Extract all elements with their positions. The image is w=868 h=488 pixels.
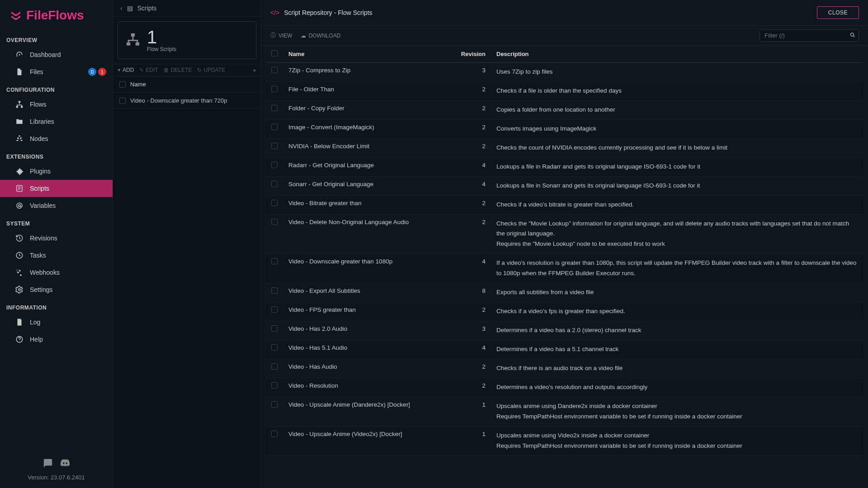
row-checkbox[interactable] [271, 143, 278, 149]
edit-button[interactable]: ✎ EDIT [139, 67, 158, 73]
view-button[interactable]: ⓘ VIEW [270, 32, 292, 39]
flow-scripts-tab[interactable]: 1 Flow Scripts [118, 21, 256, 59]
table-row[interactable]: Folder - Copy Folder2Copies a folder fro… [266, 100, 863, 119]
svg-rect-0 [19, 101, 21, 103]
flow-scripts-count: 1 [147, 28, 176, 46]
sidebar: FileFlows OVERVIEWDashboardFiles01CONFIG… [0, 0, 113, 488]
table-row[interactable]: File - Older Than2Checks if a file is ol… [266, 81, 863, 100]
table-row[interactable]: Video - Delete Non-Original Language Aud… [266, 214, 863, 254]
row-checkbox[interactable] [271, 363, 278, 370]
sidebar-item-files[interactable]: Files01 [0, 63, 113, 80]
more-button[interactable]: ▸ [254, 67, 256, 73]
sidebar-footer: Version: 23.07.6.2401 [0, 451, 113, 488]
update-button[interactable]: ↻ UPDATE [197, 67, 225, 73]
sidebar-item-revisions[interactable]: Revisions [0, 230, 113, 247]
filter-input[interactable] [760, 29, 859, 42]
cell-name: Video - Has Audio [283, 359, 455, 378]
table-row[interactable]: Video - Resolution2Determines a video's … [266, 378, 863, 397]
table-row[interactable]: Video - Export All Subtitles8Exports all… [266, 283, 863, 302]
svg-rect-8 [127, 42, 131, 45]
sidebar-item-tasks[interactable]: Tasks [0, 247, 113, 264]
sidebar-item-webhooks[interactable]: Webhooks [0, 264, 113, 281]
cell-revision: 2 [455, 302, 491, 321]
cell-revision: 4 [455, 157, 491, 176]
download-button[interactable]: ☁ DOWNLOAD [301, 32, 341, 39]
sidebar-item-nodes[interactable]: Nodes [0, 130, 113, 147]
delete-button[interactable]: 🗑 DELETE [164, 67, 192, 73]
back-chevron-icon[interactable]: ‹ [120, 5, 123, 12]
version-label: Version: 23.07.6.2401 [7, 474, 105, 481]
table-row[interactable]: Video - Has 2.0 Audio3Determines if a vi… [266, 321, 863, 340]
table-row[interactable]: Video - Upscale Anime (Video2x) [Docker]… [266, 426, 863, 455]
at-icon [15, 202, 24, 210]
row-checkbox[interactable] [271, 258, 278, 264]
col-revision[interactable]: Revision [455, 46, 491, 63]
row-checkbox[interactable] [271, 401, 278, 408]
col-description[interactable]: Description [491, 46, 863, 63]
sidebar-item-variables[interactable]: Variables [0, 197, 113, 214]
table-row[interactable]: Video - Has Audio2Checks if there is an … [266, 359, 863, 378]
table-row[interactable]: Sonarr - Get Original Language4Lookups a… [266, 176, 863, 195]
svg-rect-1 [16, 106, 19, 108]
table-row[interactable]: Video - FPS greater than2Checks if a vid… [266, 302, 863, 321]
table-row[interactable]: Video - Downscale greater than 1080p4If … [266, 254, 863, 283]
cell-revision: 8 [455, 283, 491, 302]
sidebar-item-flows[interactable]: Flows [0, 96, 113, 113]
close-button[interactable]: CLOSE [817, 6, 859, 19]
cell-name: 7Zip - Compress to Zip [283, 63, 455, 82]
sidebar-item-help[interactable]: Help [0, 331, 113, 348]
row-checkbox[interactable] [271, 431, 278, 437]
sidebar-item-libraries[interactable]: Libraries [0, 113, 113, 130]
repository-table: Name Revision Description 7Zip - Compres… [266, 46, 863, 456]
sidebar-item-log[interactable]: Log [0, 314, 113, 331]
scroll-icon [15, 184, 24, 192]
sidebar-item-plugins[interactable]: Plugins [0, 163, 113, 180]
add-button[interactable]: + ADD [118, 67, 134, 73]
row-checkbox[interactable] [271, 219, 278, 225]
sidebar-item-scripts[interactable]: Scripts [0, 180, 113, 197]
table-row[interactable]: 7Zip - Compress to Zip3Uses 7Zip to zip … [266, 63, 863, 82]
cell-description: Upscales anime using Dandere2x inside a … [491, 397, 863, 426]
table-row[interactable]: Radarr - Get Original Language4Lookups a… [266, 157, 863, 176]
cell-description: Checks if a file is older than the speci… [491, 81, 863, 100]
row-checkbox[interactable] [271, 162, 278, 168]
table-row[interactable]: Image - Convert (ImageMagick)2Converts i… [266, 119, 863, 138]
name-column-header: Name [130, 81, 146, 88]
row-checkbox[interactable] [271, 382, 278, 389]
cell-revision: 2 [455, 359, 491, 378]
col-name[interactable]: Name [283, 46, 455, 63]
cell-name: File - Older Than [283, 81, 455, 100]
cell-description: Determines a video's resolution and outp… [491, 378, 863, 397]
script-row[interactable]: Video - Downscale greater than 720p [113, 93, 261, 109]
table-row[interactable]: Video - Has 5.1 Audio4Determines if a vi… [266, 340, 863, 359]
cell-description: Determines if a video has a 2.0 (stereo)… [491, 321, 863, 340]
table-row[interactable]: Video - Bitrate greater than2Checks if a… [266, 195, 863, 214]
nav-section-header: SYSTEM [0, 214, 113, 230]
chat-icon[interactable] [43, 458, 53, 469]
cell-revision: 3 [455, 63, 491, 82]
cog-icon [15, 286, 24, 294]
sidebar-item-settings[interactable]: Settings [0, 281, 113, 298]
row-checkbox[interactable] [119, 98, 126, 104]
sitemap-icon [15, 100, 24, 108]
row-checkbox[interactable] [271, 287, 278, 294]
sidebar-item-dashboard[interactable]: Dashboard [0, 46, 113, 63]
table-row[interactable]: NVIDIA - Below Encoder Limit2Checks the … [266, 138, 863, 157]
row-checkbox[interactable] [271, 105, 278, 111]
row-checkbox[interactable] [271, 124, 278, 130]
select-all-repo-checkbox[interactable] [271, 50, 278, 56]
row-checkbox[interactable] [271, 86, 278, 92]
cell-revision: 4 [455, 340, 491, 359]
row-checkbox[interactable] [271, 181, 278, 187]
app-logo[interactable]: FileFlows [0, 0, 113, 31]
row-checkbox[interactable] [271, 325, 278, 332]
table-row[interactable]: Video - Upscale Anime (Dandere2x) [Docke… [266, 397, 863, 426]
discord-icon[interactable] [60, 458, 70, 469]
sidebar-item-label: Dashboard [30, 51, 61, 58]
cell-description: Checks the count of NVIDIA encodes curre… [491, 138, 863, 157]
row-checkbox[interactable] [271, 344, 278, 351]
row-checkbox[interactable] [271, 67, 278, 73]
row-checkbox[interactable] [271, 306, 278, 313]
select-all-checkbox[interactable] [119, 81, 126, 88]
row-checkbox[interactable] [271, 200, 278, 206]
